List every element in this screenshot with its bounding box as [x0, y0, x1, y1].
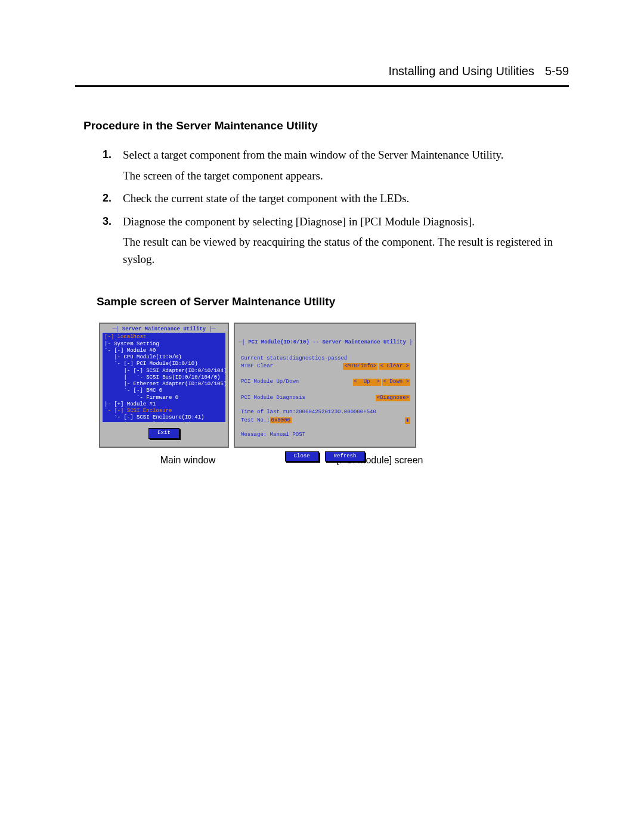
- mtbfinfo-button[interactable]: <MTBFinfo>: [343, 363, 377, 370]
- tree-item: `- [-] SCSI Enclosure(ID:41): [104, 414, 204, 420]
- main-tree: [-] localhost |- System Setting `- [-] M…: [103, 333, 225, 422]
- header-title: Installing and Using Utilities: [388, 64, 534, 78]
- down-button[interactable]: < Down >: [382, 379, 410, 385]
- page-header: Installing and Using Utilities 5-59: [75, 64, 569, 85]
- section-heading-sample: Sample screen of Server Maintenance Util…: [97, 295, 569, 308]
- step-subtext: The result can be viewed by reacquiring …: [123, 234, 569, 268]
- caption-main: Main window: [99, 455, 253, 466]
- testno-label: Test No.:: [241, 417, 270, 423]
- header-page: 5-59: [545, 64, 569, 78]
- step-1: 1. Select a target component from the ma…: [123, 147, 569, 184]
- close-button[interactable]: Close: [285, 451, 319, 462]
- tree-item: |- SCSI Slot(ID:41/0): [104, 422, 191, 423]
- tree-item: |- CPU Module(ID:0/0): [104, 354, 182, 360]
- up-button[interactable]: < Up >: [353, 379, 381, 385]
- mtbf-label: MTBF Clear: [241, 363, 273, 370]
- procedure-steps: 1. Select a target component from the ma…: [75, 147, 569, 268]
- updown-label: PCI Module Up/Down: [241, 379, 299, 385]
- scroll-icon: ▮: [405, 417, 410, 424]
- tree-item: |- Ethernet Adapter(ID:0/10/105): [104, 381, 225, 387]
- tree-root: [-] localhost: [104, 334, 146, 340]
- exit-button[interactable]: Exit: [148, 428, 179, 438]
- refresh-button[interactable]: Refresh: [325, 451, 366, 462]
- screenshot-main-window: ─┤ Server Maintenance Utility ├─ [-] loc…: [99, 323, 229, 448]
- testno-value: 0x0000: [270, 417, 292, 423]
- step-3: 3. Diagnose the component by selecting […: [123, 213, 569, 268]
- tree-item: |- [-] SCSI Adapter(ID:0/10/104): [104, 368, 225, 374]
- main-titlebar: ─┤ Server Maintenance Utility ├─: [103, 326, 225, 333]
- screenshot-pci-module: ─┤ PCI Module(ID:0/10) -- Server Mainten…: [234, 323, 416, 448]
- pci-status: Current status:diagnostics-passed: [241, 355, 347, 361]
- pci-titlebar: ─┤ PCI Module(ID:0/10) -- Server Mainten…: [237, 339, 413, 346]
- step-text: Select a target component from the main …: [123, 148, 503, 161]
- header-rule: [75, 85, 569, 87]
- tree-item: |- System Setting: [104, 341, 159, 347]
- tree-item: `- [-] SCSI Enclosure: [104, 408, 172, 414]
- clear-button[interactable]: < Clear >: [379, 363, 410, 370]
- message-line: Message: Manual POST: [241, 432, 305, 438]
- tree-item: `- [-] PCI Module(ID:0/10): [104, 361, 198, 367]
- step-number: 1.: [103, 147, 112, 163]
- pci-body: Current status:diagnostics-passed MTBF C…: [237, 346, 413, 445]
- tree-item: `- [-] Module #0: [104, 348, 156, 354]
- step-2: 2. Check the current state of the target…: [123, 190, 569, 208]
- lastrun-line: Time of last run:20060425201230.000000+5…: [241, 409, 376, 415]
- diagnosis-label: PCI Module Diagnosis: [241, 395, 305, 401]
- step-text: Check the current state of the target co…: [123, 192, 409, 205]
- tree-item: `- Firmware 0: [104, 395, 178, 401]
- tree-item: `- [-] BMC 0: [104, 388, 162, 394]
- step-number: 2.: [103, 190, 112, 206]
- step-text: Diagnose the component by selecting [Dia…: [123, 215, 475, 228]
- diagnose-button[interactable]: <Diagnose>: [376, 395, 410, 401]
- tree-item: |- [+] Module #1: [104, 401, 156, 407]
- section-heading-procedure: Procedure in the Server Maintenance Util…: [83, 119, 569, 132]
- tree-item: | `- SCSI Bus(ID:0/10/104/0): [104, 374, 220, 380]
- step-number: 3.: [103, 213, 112, 230]
- step-subtext: The screen of the target component appea…: [123, 168, 569, 185]
